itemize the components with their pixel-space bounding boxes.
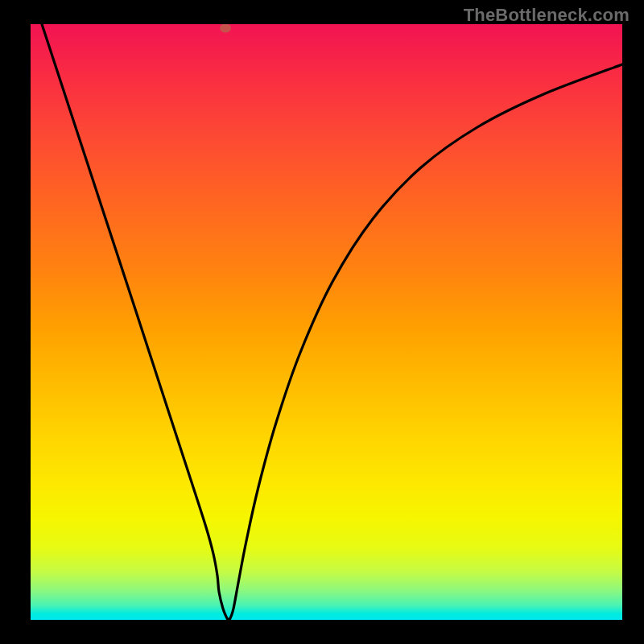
watermark-text: TheBottleneck.com — [464, 5, 630, 26]
bottleneck-curve — [42, 24, 622, 619]
curve-svg — [31, 24, 622, 620]
chart-frame: TheBottleneck.com — [0, 0, 644, 644]
minimum-marker — [220, 24, 231, 33]
plot-area — [31, 24, 622, 620]
